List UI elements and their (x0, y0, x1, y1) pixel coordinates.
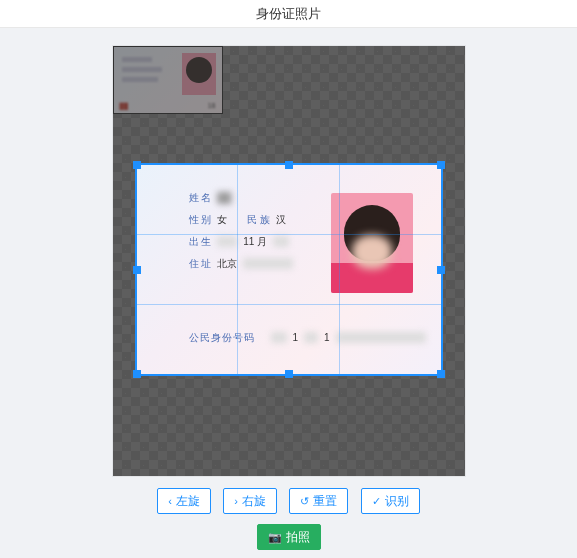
crop-mask (113, 163, 135, 376)
rotate-left-button[interactable]: ‹ 左旋 (157, 488, 211, 514)
crop-handle-sw[interactable] (133, 370, 141, 378)
toolbar: ‹ 左旋 › 右旋 ↺ 重置 ✓ 识别 📷 拍照 (0, 488, 577, 550)
chevron-right-icon: › (234, 496, 238, 507)
capture-button[interactable]: 📷 拍照 (257, 524, 321, 550)
crop-mask (113, 46, 465, 163)
chevron-left-icon: ‹ (168, 496, 172, 507)
recognize-button[interactable]: ✓ 识别 (361, 488, 420, 514)
crop-handle-w[interactable] (133, 266, 141, 274)
reset-icon: ↺ (300, 496, 309, 507)
crop-handle-se[interactable] (437, 370, 445, 378)
crop-handle-e[interactable] (437, 266, 445, 274)
camera-icon: 📷 (268, 532, 282, 543)
crop-handle-ne[interactable] (437, 161, 445, 169)
image-crop-workspace[interactable]: ██ 18 姓 名 ██ 性 别 女 民 族 汉 出 生 11 月 住 址 北京… (113, 46, 465, 476)
title-text: 身份证照片 (256, 6, 321, 21)
crop-handle-n[interactable] (285, 161, 293, 169)
crop-handle-nw[interactable] (133, 161, 141, 169)
check-icon: ✓ (372, 496, 381, 507)
modal-title: 身份证照片 (0, 0, 577, 28)
reset-button[interactable]: ↺ 重置 (289, 488, 348, 514)
crop-handle-s[interactable] (285, 370, 293, 378)
rotate-right-button[interactable]: › 右旋 (223, 488, 277, 514)
crop-mask (113, 376, 465, 476)
crop-mask (443, 163, 465, 376)
crop-selection[interactable] (135, 163, 443, 376)
